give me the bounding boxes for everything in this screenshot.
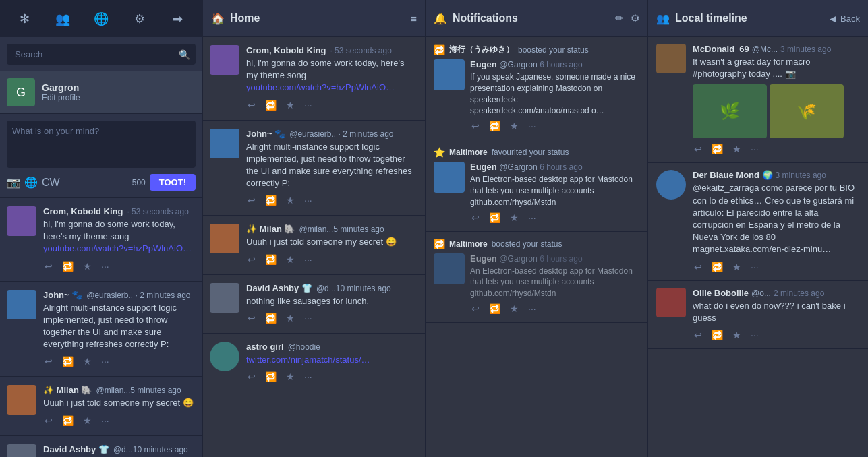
boost-button[interactable]: 🔁: [264, 193, 278, 207]
boost-button[interactable]: 🔁: [264, 98, 278, 112]
nav-home-icon[interactable]: ✻: [12, 7, 36, 31]
more-button[interactable]: ···: [100, 414, 111, 427]
timeline-images: 🌿 🌾: [693, 84, 860, 138]
more-button[interactable]: ···: [527, 302, 538, 315]
reply-button[interactable]: ↩: [470, 211, 481, 224]
reply-button[interactable]: ↩: [43, 260, 54, 273]
favourite-button[interactable]: ★: [285, 311, 296, 325]
reply-button[interactable]: ↩: [246, 370, 257, 384]
reply-button[interactable]: ↩: [693, 142, 703, 156]
feed-item: David Ashby 👕 @d...10 minutes ago nothin…: [203, 275, 425, 334]
compose-textarea[interactable]: [7, 121, 196, 168]
timeline-name: Ollie Bobollie: [693, 288, 749, 298]
settings-icon[interactable]: ⚙: [631, 12, 639, 24]
edit-profile-link[interactable]: Edit profile: [42, 93, 80, 102]
more-button[interactable]: ···: [749, 142, 760, 156]
favourite-button[interactable]: ★: [82, 414, 93, 427]
settings-icon[interactable]: ≡: [411, 13, 417, 24]
favourite-button[interactable]: ★: [731, 260, 743, 274]
char-count: 500: [132, 178, 146, 187]
favourite-button[interactable]: ★: [731, 142, 743, 156]
favourite-button[interactable]: ★: [82, 260, 93, 273]
more-button[interactable]: ···: [303, 370, 314, 384]
boost-button[interactable]: 🔁: [61, 355, 75, 368]
home-column: 🏠 Home ≡ Crom, Kobold King · 53 seconds …: [202, 0, 425, 457]
boost-button[interactable]: 🔁: [61, 414, 75, 427]
globe-icon[interactable]: 🌐: [24, 176, 38, 189]
more-button[interactable]: ···: [303, 193, 314, 207]
favourite-button[interactable]: ★: [509, 302, 520, 315]
boost-button[interactable]: 🔁: [264, 311, 278, 325]
more-button[interactable]: ···: [527, 211, 538, 224]
bell-icon: 🔔: [434, 12, 447, 25]
feed-link[interactable]: twitter.com/ninjamatch/status/…: [246, 355, 370, 365]
camera-icon[interactable]: 📷: [7, 176, 20, 189]
timeline-name: McDonald_69: [693, 44, 749, 54]
nav-users-icon[interactable]: 👥: [51, 7, 75, 31]
cw-button[interactable]: CW: [42, 177, 60, 189]
notif-action: favourited your status: [492, 148, 569, 157]
search-input[interactable]: [7, 44, 196, 65]
reply-button[interactable]: ↩: [246, 253, 257, 266]
nav-globe-icon[interactable]: 🌐: [89, 7, 113, 31]
more-button[interactable]: ···: [100, 355, 111, 368]
toot-button[interactable]: TOOT!: [150, 174, 196, 191]
reply-button[interactable]: ↩: [246, 193, 257, 207]
favourite-button[interactable]: ★: [285, 370, 296, 384]
favourite-button[interactable]: ★: [285, 193, 296, 207]
reply-button[interactable]: ↩: [470, 302, 481, 315]
more-button[interactable]: ···: [100, 260, 111, 273]
more-button[interactable]: ···: [303, 253, 314, 266]
reply-button[interactable]: ↩: [470, 119, 481, 133]
feed-name: John~ 🐾: [43, 290, 82, 300]
more-button[interactable]: ···: [749, 328, 760, 342]
nav-logout-icon[interactable]: ➡: [166, 7, 190, 31]
boost-button[interactable]: 🔁: [710, 142, 724, 156]
more-button[interactable]: ···: [527, 119, 538, 133]
boost-button[interactable]: 🔁: [710, 328, 724, 342]
boost-button[interactable]: 🔁: [61, 260, 75, 273]
boost-button[interactable]: 🔁: [710, 260, 724, 274]
feed-time: · 53 seconds ago: [127, 207, 188, 216]
reply-button[interactable]: ↩: [693, 260, 703, 274]
more-button[interactable]: ···: [303, 311, 314, 325]
reply-button[interactable]: ↩: [43, 355, 54, 368]
boost-button[interactable]: 🔁: [264, 253, 278, 266]
search-button[interactable]: 🔍: [179, 49, 190, 60]
feed-item: ✨ Milan 🐘 @milan...5 minutes ago Uuuh i …: [203, 216, 425, 274]
home-column-title: 🏠 Home: [211, 12, 260, 25]
notif-name: Eugen: [470, 253, 497, 264]
notifications-label: Notifications: [453, 12, 518, 24]
favourite-button[interactable]: ★: [285, 98, 296, 112]
feed-content: Crom, Kobold King · 53 seconds ago hi, i…: [246, 45, 418, 112]
reply-button[interactable]: ↩: [43, 414, 54, 427]
notif-action: boosted your status: [518, 45, 589, 55]
boost-button[interactable]: 🔁: [264, 370, 278, 384]
profile-area: G Gargron Edit profile: [0, 71, 202, 114]
nav-settings-icon[interactable]: ⚙: [127, 7, 152, 31]
boost-button[interactable]: 🔁: [488, 302, 502, 315]
timeline-image[interactable]: 🌿: [693, 84, 767, 138]
feed-header: ✨ Milan 🐘 @milan...5 minutes ago: [246, 224, 418, 234]
chevron-left-icon: ◀: [830, 13, 836, 24]
more-button[interactable]: ···: [303, 98, 314, 112]
favourite-button[interactable]: ★: [82, 355, 93, 368]
favourite-button[interactable]: ★: [509, 119, 520, 133]
feed-link[interactable]: youtube.com/watch?v=hzPpWlnAiO…: [246, 82, 395, 92]
timeline-image[interactable]: 🌾: [770, 84, 844, 138]
favourite-button[interactable]: ★: [509, 211, 520, 224]
favourite-button[interactable]: ★: [731, 328, 743, 342]
feed-actions: ↩ 🔁 ★ ···: [246, 193, 418, 207]
reply-button[interactable]: ↩: [693, 328, 703, 342]
back-button[interactable]: ◀ Back: [830, 13, 860, 24]
edit-icon[interactable]: ✏: [615, 12, 624, 24]
favourite-button[interactable]: ★: [285, 253, 296, 266]
more-button[interactable]: ···: [749, 260, 760, 274]
feed-link[interactable]: youtube.com/watch?v=hzPpWlnAiO…: [43, 243, 192, 253]
boost-button[interactable]: 🔁: [488, 211, 502, 224]
boost-button[interactable]: 🔁: [488, 119, 502, 133]
reply-button[interactable]: ↩: [246, 98, 257, 112]
feed-item: Crom, Kobold King · 53 seconds ago hi, i…: [203, 37, 425, 121]
reply-button[interactable]: ↩: [246, 311, 257, 325]
avatar: [7, 206, 36, 236]
